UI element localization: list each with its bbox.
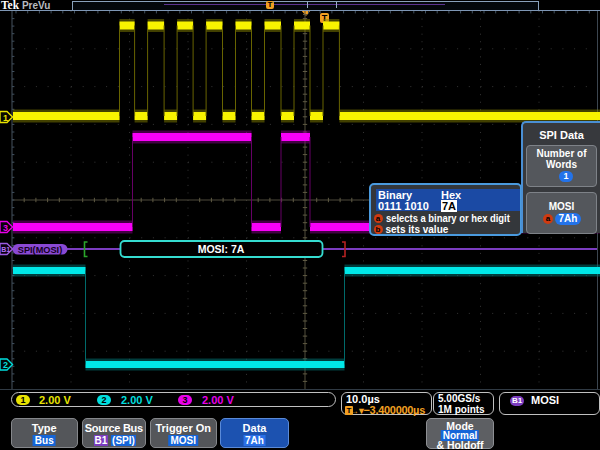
svg-text:3: 3 [3,223,8,233]
svg-text:SPI(MOSI): SPI(MOSI) [18,245,62,255]
svg-text:2: 2 [3,360,8,370]
svg-text:B1: B1 [1,246,10,253]
svg-text:1: 1 [3,113,8,123]
svg-text:MOSI: 7A: MOSI: 7A [198,243,245,255]
